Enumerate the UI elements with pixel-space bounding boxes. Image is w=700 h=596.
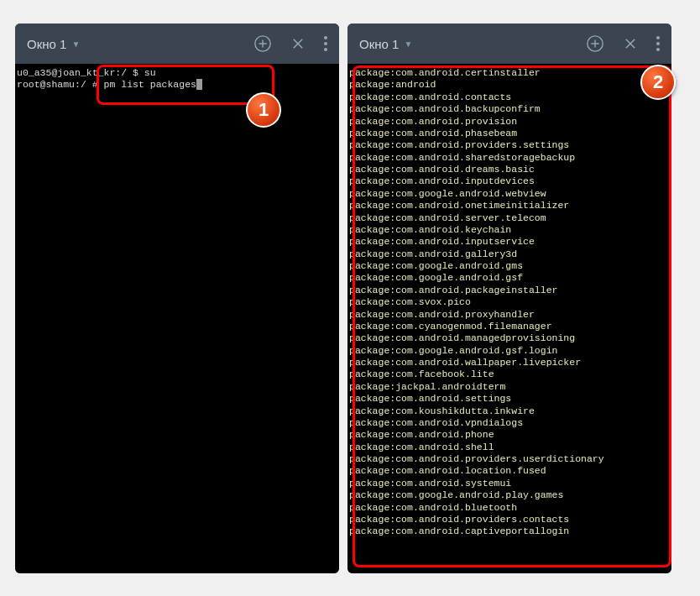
package-line: package:com.koushikdutta.inkwire — [349, 405, 670, 417]
window-title-dropdown[interactable]: Окно 1 ▼ — [359, 37, 412, 51]
close-icon — [290, 36, 306, 51]
package-line: package:com.android.proxyhandler — [349, 309, 670, 321]
terminal-body-2[interactable]: package:com.android.certinstallerpackage… — [347, 64, 671, 573]
chevron-down-icon: ▼ — [404, 39, 412, 49]
package-line: package:com.android.backupconfirm — [349, 103, 670, 115]
package-line: package:com.android.bluetooth — [349, 502, 670, 514]
package-line: package:com.android.settings — [349, 393, 670, 405]
package-line: package:com.google.android.gms — [349, 260, 670, 272]
add-tab-button[interactable] — [586, 34, 604, 53]
package-line: package:com.android.wallpaper.livepicker — [349, 357, 670, 369]
package-line: package:com.android.phasebeam — [349, 128, 670, 139]
package-line: package:com.google.android.gsf — [349, 272, 670, 284]
menu-button[interactable] — [324, 36, 327, 51]
package-line: package:com.android.certinstaller — [349, 67, 670, 79]
package-output: package:com.android.certinstallerpackage… — [349, 67, 670, 538]
close-tab-button[interactable] — [290, 36, 306, 51]
package-line: package:com.android.phone — [349, 429, 670, 441]
package-line: package:android — [349, 79, 670, 91]
package-line: package:com.android.shell — [349, 442, 670, 453]
package-line: package:com.android.keychain — [349, 224, 670, 236]
window-title-dropdown[interactable]: Окно 1 ▼ — [27, 37, 80, 51]
package-line: package:com.google.android.play.games — [349, 489, 670, 501]
package-line: package:com.android.contacts — [349, 91, 670, 103]
window-title: Окно 1 — [359, 37, 399, 51]
step-badge-2: 2 — [640, 65, 676, 100]
package-line: package:com.android.packageinstaller — [349, 285, 670, 296]
menu-button[interactable] — [656, 36, 660, 51]
terminal-history-line: u0_a35@joan_kt_kr:/ $ su — [17, 67, 337, 79]
package-line: package:com.android.captiveportallogin — [349, 525, 670, 537]
terminal-input-line: root@shamu:/ # pm list packages — [17, 79, 337, 91]
title-bar-2: Окно 1 ▼ — [347, 24, 671, 64]
package-line: package:com.cyanogenmod.filemanager — [349, 321, 670, 332]
package-line: package:com.facebook.lite — [349, 369, 670, 380]
cursor-icon — [196, 79, 202, 90]
close-tab-button[interactable] — [623, 36, 638, 51]
package-line: package:com.android.gallery3d — [349, 248, 670, 260]
package-line: package:com.android.providers.settings — [349, 139, 670, 151]
package-line: package:com.android.managedprovisioning — [349, 332, 670, 344]
dots-vertical-icon — [656, 36, 660, 51]
add-tab-button[interactable] — [253, 34, 272, 53]
window-title: Окно 1 — [27, 37, 66, 51]
package-line: package:com.android.sharedstoragebackup — [349, 152, 670, 164]
terminal-window-1: Окно 1 ▼ — [15, 24, 339, 573]
package-line: package:com.android.provision — [349, 116, 670, 128]
package-line: package:com.android.inputdevices — [349, 175, 670, 187]
package-line: package:com.google.android.webview — [349, 188, 670, 200]
package-line: package:com.android.vpndialogs — [349, 417, 670, 429]
package-line: package:com.svox.pico — [349, 296, 670, 308]
plus-circle-icon — [586, 34, 604, 53]
package-line: package:com.android.server.telecom — [349, 212, 670, 224]
package-line: package:com.android.onetimeinitializer — [349, 200, 670, 212]
plus-circle-icon — [253, 34, 272, 53]
package-line: package:com.android.dreams.basic — [349, 164, 670, 175]
package-line: package:com.android.providers.userdictio… — [349, 453, 670, 465]
package-line: package:com.android.providers.contacts — [349, 514, 670, 525]
close-icon — [623, 36, 638, 51]
step-badge-1: 1 — [246, 92, 281, 128]
title-bar-1: Окно 1 ▼ — [15, 24, 339, 64]
dots-vertical-icon — [324, 36, 327, 51]
chevron-down-icon: ▼ — [71, 39, 80, 49]
terminal-window-2: Окно 1 ▼ — [347, 24, 671, 573]
terminal-body-1[interactable]: u0_a35@joan_kt_kr:/ $ su root@shamu:/ # … — [15, 64, 339, 573]
package-line: package:com.google.android.gsf.login — [349, 345, 670, 357]
package-line: package:com.android.inputservice — [349, 236, 670, 248]
package-line: package:jackpal.androidterm — [349, 381, 670, 393]
package-line: package:com.android.location.fused — [349, 465, 670, 477]
package-line: package:com.android.systemui — [349, 478, 670, 489]
